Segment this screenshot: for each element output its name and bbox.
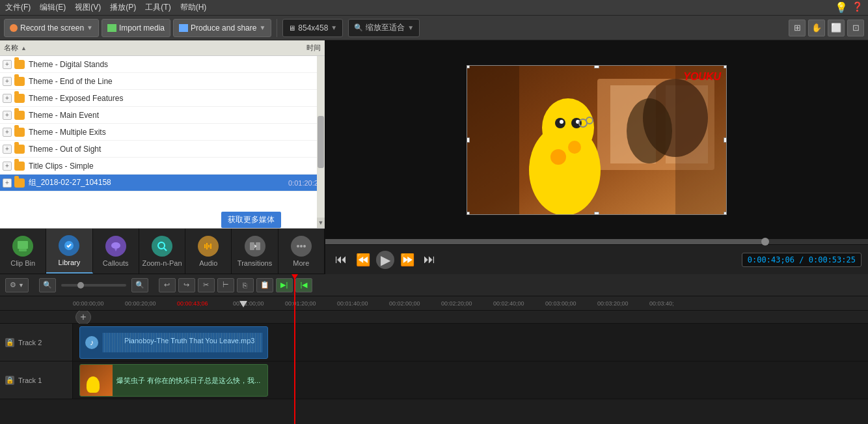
mark-in-button[interactable]: ▶| xyxy=(276,278,293,292)
svg-rect-0 xyxy=(18,241,28,249)
rewind-button[interactable]: ⏪ xyxy=(354,251,372,269)
track-1-content[interactable]: 爆笑虫子 有你在的快乐日子总是这么快，我... xyxy=(73,361,868,399)
tab-more[interactable]: More xyxy=(278,229,325,274)
handle-br[interactable] xyxy=(724,212,727,215)
track-2-lock[interactable]: 🔒 xyxy=(5,338,14,347)
get-more-popup[interactable]: 获取更多媒体 xyxy=(221,212,281,228)
list-item[interactable]: + Title Clips - Simple xyxy=(0,158,325,175)
time-display: 0:00:43;06 / 0:00:53:25 xyxy=(742,253,861,267)
tabs-panel: Clip Bin Library Callouts xyxy=(0,229,325,274)
split-button[interactable]: ⊢ xyxy=(217,278,234,292)
scroll-thumb[interactable] xyxy=(318,116,324,168)
tracks-area: + 🔒 Track 2 ♪ Pianoboy-The Truth That Yo… xyxy=(0,311,868,424)
tab-callouts[interactable]: Callouts xyxy=(93,229,139,274)
expand-btn[interactable]: + xyxy=(3,94,12,103)
handle-ml[interactable] xyxy=(467,137,470,143)
ruler-mark: 00:03:00;00 xyxy=(545,300,597,307)
produce-button[interactable]: Produce and share ▼ xyxy=(173,19,271,37)
tab-audio-label: Audio xyxy=(199,259,217,267)
menu-file[interactable]: 文件(F) xyxy=(5,2,31,13)
handle-mr[interactable] xyxy=(724,137,727,143)
audio-clip[interactable]: ♪ Pianoboy-The Truth That You Leave.mp3 xyxy=(79,326,268,359)
view-btn-4[interactable]: ⊡ xyxy=(847,20,864,36)
resolution-display[interactable]: 🖥 854x458 ▼ xyxy=(282,19,343,37)
zoom-icon: 🔍 xyxy=(354,23,363,32)
import-button[interactable]: Import media xyxy=(102,19,170,37)
scrubber-bar[interactable] xyxy=(325,239,868,244)
handle-bc[interactable] xyxy=(594,212,599,215)
list-item[interactable]: + Theme - Main Event xyxy=(0,107,325,124)
ruler-mark: 00:00:20;00 xyxy=(125,300,177,307)
clip-bin-icon xyxy=(12,236,33,257)
expand-btn[interactable]: + xyxy=(3,178,12,188)
list-item[interactable]: + Theme - Exposed Features xyxy=(0,90,325,107)
menu-play[interactable]: 播放(P) xyxy=(110,2,136,13)
right-panel: YOUKU ⏮ ⏪ ▶ ⏩ xyxy=(325,40,868,274)
scroll-down-btn[interactable]: ▼ xyxy=(317,218,325,228)
view-btn-1[interactable]: ⊞ xyxy=(789,20,806,36)
play-pause-button[interactable]: ▶ xyxy=(376,251,394,269)
menu-edit[interactable]: 编辑(E) xyxy=(40,2,66,13)
menu-help[interactable]: 帮助(H) xyxy=(180,2,207,13)
handle-tl[interactable] xyxy=(467,65,470,68)
list-item[interactable]: + Theme - Out of Sight xyxy=(0,141,325,158)
undo-button[interactable]: ↩ xyxy=(159,278,176,292)
expand-btn[interactable]: + xyxy=(3,145,12,154)
record-button[interactable]: Record the screen ▼ xyxy=(4,19,99,37)
copy-button[interactable]: ⎘ xyxy=(237,278,254,292)
tab-transitions[interactable]: Transitions xyxy=(232,229,278,274)
skip-to-end-button[interactable]: ⏭ xyxy=(420,251,439,269)
file-name: Theme - Digital Stands xyxy=(29,60,108,69)
scrubber-handle[interactable] xyxy=(761,238,769,246)
track-1-lock[interactable]: 🔒 xyxy=(5,376,14,385)
folder-icon xyxy=(14,162,25,171)
list-item[interactable]: + Theme - End of the Line xyxy=(0,73,325,90)
video-clip[interactable]: 爆笑虫子 有你在的快乐日子总是这么快，我... xyxy=(79,364,268,397)
file-name: Theme - Exposed Features xyxy=(29,94,123,103)
skip-to-start-button[interactable]: ⏮ xyxy=(332,251,350,269)
zoom-slider[interactable] xyxy=(61,284,126,287)
tab-zoom-n-pan[interactable]: Zoom-n-Pan xyxy=(139,229,185,274)
paste-button[interactable]: 📋 xyxy=(256,278,273,292)
settings-button[interactable]: ⚙ ▼ xyxy=(5,278,29,292)
mark-out-button[interactable]: |◀ xyxy=(295,278,312,292)
settings-icon: ⚙ xyxy=(10,281,16,289)
handle-bl[interactable] xyxy=(467,212,470,215)
scrollbar[interactable]: ▼ xyxy=(317,56,325,228)
view-btn-2[interactable]: ✋ xyxy=(808,20,825,36)
tab-clip-bin[interactable]: Clip Bin xyxy=(0,229,46,274)
list-item[interactable]: + Theme - Digital Stands xyxy=(0,56,325,73)
list-item[interactable]: + Theme - Multiple Exits xyxy=(0,124,325,141)
view-btn-3[interactable]: ⬜ xyxy=(828,20,845,36)
svg-point-10 xyxy=(300,245,303,247)
zoom-in-btn[interactable]: 🔍 xyxy=(131,278,148,292)
list-item-selected[interactable]: + 组_2018-02-27_104158 0:01:20:23 xyxy=(0,175,325,191)
folder-icon xyxy=(14,128,25,137)
expand-btn[interactable]: + xyxy=(3,162,12,171)
handle-tr[interactable] xyxy=(724,65,727,68)
expand-btn[interactable]: + xyxy=(3,77,12,86)
ruler-mark: 00:02:40;00 xyxy=(493,300,545,307)
expand-btn[interactable]: + xyxy=(3,111,12,120)
tab-audio[interactable]: Audio xyxy=(185,229,232,274)
tab-library[interactable]: Library xyxy=(46,229,92,274)
zoom-display[interactable]: 🔍 缩放至适合 ▼ xyxy=(348,19,420,37)
zoom-out-btn[interactable]: 🔍 xyxy=(39,278,56,292)
fast-forward-button[interactable]: ⏩ xyxy=(398,251,416,269)
menu-view[interactable]: 视图(V) xyxy=(75,2,101,13)
redo-button[interactable]: ↪ xyxy=(178,278,195,292)
menu-tools[interactable]: 工具(T) xyxy=(145,2,170,13)
zoom-chevron: ▼ xyxy=(407,24,414,31)
handle-tc[interactable] xyxy=(594,65,599,68)
svg-point-25 xyxy=(568,141,581,154)
add-track-button[interactable]: + xyxy=(75,311,91,325)
expand-btn[interactable]: + xyxy=(3,60,12,69)
svg-point-19 xyxy=(542,98,594,157)
track-2-content[interactable]: ♪ Pianoboy-The Truth That You Leave.mp3 xyxy=(73,324,868,361)
file-browser: 名称 ▲ 时间 + Theme - Digital Stands + Theme… xyxy=(0,40,325,229)
expand-btn[interactable]: + xyxy=(3,128,12,137)
col-time-label: 时间 xyxy=(269,43,321,53)
timeline-toolbar: ⚙ ▼ 🔍 🔍 ↩ ↪ ✂ ⊢ ⎘ 📋 ▶| |◀ xyxy=(0,274,868,296)
svg-point-9 xyxy=(297,245,299,247)
cut-button[interactable]: ✂ xyxy=(198,278,215,292)
